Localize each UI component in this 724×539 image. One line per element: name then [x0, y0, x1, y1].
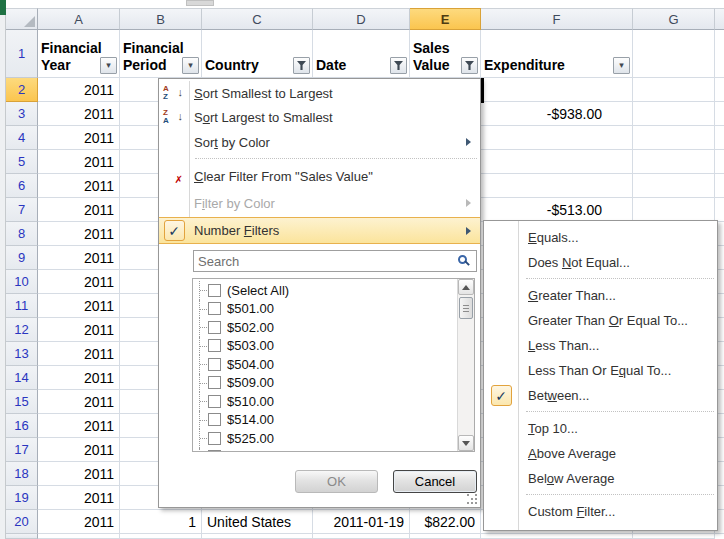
cancel-button[interactable]: Cancel — [393, 470, 477, 493]
submenu-item-between[interactable]: ✓Between... — [484, 383, 717, 408]
cell-B1[interactable]: Financial Period▾ — [120, 30, 202, 78]
cell-G1[interactable] — [633, 30, 715, 78]
cell-A13[interactable]: 2011 — [38, 342, 120, 366]
row-header-4[interactable]: 4 — [6, 126, 38, 150]
cell-A1[interactable]: Financial Year▾ — [38, 30, 120, 78]
row-header-9[interactable]: 9 — [6, 246, 38, 270]
value-item[interactable]: $510.00 — [195, 392, 457, 411]
value-item[interactable]: $503.00 — [195, 337, 457, 356]
search-input[interactable] — [194, 251, 476, 271]
column-header-G[interactable]: G — [633, 8, 715, 30]
cell-G6[interactable] — [633, 174, 715, 198]
cell-A19[interactable]: 2011 — [38, 486, 120, 510]
filter-button-D[interactable] — [390, 57, 407, 74]
dropdown-button-A[interactable]: ▾ — [100, 57, 117, 74]
checkbox-icon[interactable] — [208, 339, 221, 352]
menu-item-sort-largest-to-smallest[interactable]: ZA↓Sort Largest to Smallest — [159, 105, 480, 129]
row-header-17[interactable]: 17 — [6, 438, 38, 462]
menu-item-number-filters[interactable]: ✓Number Filters — [159, 217, 480, 244]
cell-A9[interactable]: 2011 — [38, 246, 120, 270]
filter-button-E[interactable] — [461, 57, 478, 74]
cell-A10[interactable]: 2011 — [38, 270, 120, 294]
value-item[interactable]: $501.00 — [195, 300, 457, 319]
row-header-5[interactable]: 5 — [6, 150, 38, 174]
submenu-item-top-10[interactable]: Top 10... — [484, 416, 717, 441]
scroll-down-button[interactable] — [458, 435, 474, 451]
cell-F7[interactable]: -$513.00 — [481, 198, 633, 222]
row-header-15[interactable]: 15 — [6, 390, 38, 414]
menu-item-clear-filter[interactable]: ✗Clear Filter From "Sales Value" — [159, 163, 480, 189]
cell-A16[interactable]: 2011 — [38, 414, 120, 438]
cell-B20[interactable]: 1 — [120, 510, 202, 534]
value-item[interactable]: $525.00 — [195, 429, 457, 448]
scrollbar-thumb[interactable] — [459, 297, 473, 319]
checkbox-icon[interactable] — [208, 321, 221, 334]
cell-A14[interactable]: 2011 — [38, 366, 120, 390]
submenu-item-less-than[interactable]: Less Than... — [484, 333, 717, 358]
cell-G2[interactable] — [633, 78, 715, 102]
cell-A5[interactable]: 2011 — [38, 150, 120, 174]
cell-F2[interactable] — [481, 78, 633, 102]
submenu-item-custom-filter[interactable]: Custom Filter... — [484, 499, 717, 524]
row-header-3[interactable]: 3 — [6, 102, 38, 126]
ok-button[interactable]: OK — [295, 470, 378, 493]
cell-A8[interactable]: 2011 — [38, 222, 120, 246]
submenu-item-equals[interactable]: Equals... — [484, 225, 717, 250]
column-header-E[interactable]: E — [410, 8, 481, 30]
checkbox-icon[interactable] — [208, 376, 221, 389]
checkbox-icon[interactable] — [208, 395, 221, 408]
checkbox-icon[interactable] — [208, 432, 221, 445]
row-header-19[interactable]: 19 — [6, 486, 38, 510]
cell-F6[interactable] — [481, 174, 633, 198]
cell-A6[interactable]: 2011 — [38, 174, 120, 198]
row-header-20[interactable]: 20 — [6, 510, 38, 534]
row-header-16[interactable]: 16 — [6, 414, 38, 438]
cell-C1[interactable]: Country — [202, 30, 313, 78]
row-header-2[interactable]: 2 — [6, 78, 38, 102]
column-header-A[interactable]: A — [38, 8, 120, 30]
cell-G5[interactable] — [633, 150, 715, 174]
value-item[interactable]: $514.00 — [195, 411, 457, 430]
value-item-partial[interactable] — [195, 448, 457, 452]
row-header-13[interactable]: 13 — [6, 342, 38, 366]
cell-D1[interactable]: Date — [313, 30, 410, 78]
column-header-C[interactable]: C — [202, 8, 313, 30]
value-item-select-all[interactable]: (Select All) — [195, 281, 457, 300]
scrollbar[interactable] — [457, 279, 474, 451]
row-header-8[interactable]: 8 — [6, 222, 38, 246]
cell-A17[interactable]: 2011 — [38, 438, 120, 462]
cell-G7[interactable] — [633, 198, 715, 222]
value-item[interactable]: $504.00 — [195, 355, 457, 374]
menu-item-sort-by-color[interactable]: Sort by Color — [159, 129, 480, 155]
checkbox-icon[interactable] — [208, 413, 221, 426]
cell-A20[interactable]: 2011 — [38, 510, 120, 534]
resize-grip[interactable] — [467, 494, 477, 504]
submenu-item-above-average[interactable]: Above Average — [484, 441, 717, 466]
row-header-18[interactable]: 18 — [6, 462, 38, 486]
cell-A12[interactable]: 2011 — [38, 318, 120, 342]
row-header-7[interactable]: 7 — [6, 198, 38, 222]
cell-E20[interactable]: $822.00 — [410, 510, 481, 534]
cell-F5[interactable] — [481, 150, 633, 174]
dropdown-button-F[interactable]: ▾ — [613, 57, 630, 74]
cell-A4[interactable]: 2011 — [38, 126, 120, 150]
cell-A18[interactable]: 2011 — [38, 462, 120, 486]
row-header-14[interactable]: 14 — [6, 366, 38, 390]
row-header-10[interactable]: 10 — [6, 270, 38, 294]
value-item[interactable]: $509.00 — [195, 374, 457, 393]
cell-A7[interactable]: 2011 — [38, 198, 120, 222]
dropdown-button-B[interactable]: ▾ — [182, 57, 199, 74]
value-item[interactable]: $502.00 — [195, 318, 457, 337]
cell-G4[interactable] — [633, 126, 715, 150]
checkbox-icon[interactable] — [208, 302, 221, 315]
submenu-item-below-average[interactable]: Below Average — [484, 466, 717, 491]
cell-F4[interactable] — [481, 126, 633, 150]
row-header-6[interactable]: 6 — [6, 174, 38, 198]
cell-A11[interactable]: 2011 — [38, 294, 120, 318]
cell-F1[interactable]: Expenditure▾ — [481, 30, 633, 78]
cell-E1[interactable]: Sales Value — [410, 30, 481, 78]
submenu-item-does-not-equal[interactable]: Does Not Equal... — [484, 250, 717, 275]
filter-button-C[interactable] — [293, 57, 310, 74]
menu-item-sort-smallest-to-largest[interactable]: AZ↓Sort Smallest to Largest — [159, 81, 480, 105]
column-header-D[interactable]: D — [313, 8, 410, 30]
